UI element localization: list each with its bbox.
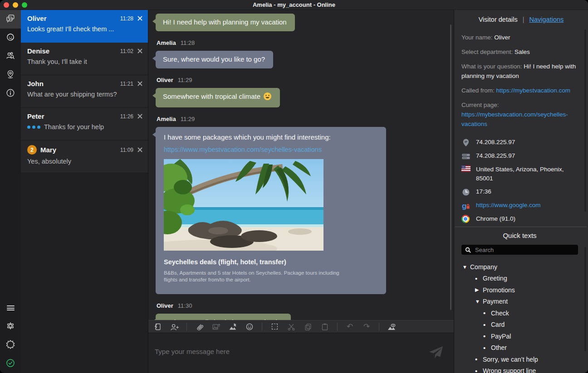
close-chat-button[interactable] bbox=[137, 16, 142, 21]
chat-list-item-oliver[interactable]: Oliver 11:28 Looks great! I'll check the… bbox=[21, 10, 148, 43]
tree-expand-icon[interactable]: ▶ bbox=[475, 287, 483, 293]
tab-navigations[interactable]: Navigations bbox=[529, 16, 564, 23]
current-page-link[interactable]: https://mybestvacation.com/seychelles-va… bbox=[461, 111, 568, 127]
chat-list: Oliver 11:28 Looks great! I'll check the… bbox=[21, 10, 148, 373]
nav-visitors-button[interactable] bbox=[0, 47, 21, 66]
undo-icon[interactable]: ↶ bbox=[345, 322, 354, 331]
burst-icon bbox=[5, 339, 15, 351]
chat-time: 11:26 bbox=[120, 113, 133, 120]
chat-name: Mary bbox=[40, 146, 56, 154]
nav-agent-button[interactable] bbox=[0, 29, 21, 47]
tree-item-company[interactable]: ▼Company bbox=[461, 261, 578, 273]
tree-item-payment[interactable]: ▼Payment bbox=[461, 296, 578, 308]
window-title: Amelia - my_account - Online bbox=[0, 1, 588, 8]
chrome-icon bbox=[461, 214, 472, 223]
chat-scrollbar[interactable] bbox=[450, 24, 451, 310]
message-text: I have some packages which you might fin… bbox=[164, 133, 378, 142]
theme-button[interactable] bbox=[0, 336, 21, 354]
field-name: Your name: Oliver bbox=[461, 33, 578, 42]
hamburger-icon bbox=[7, 305, 15, 312]
tree-item-card[interactable]: •Card bbox=[461, 319, 578, 331]
info-icon bbox=[5, 88, 15, 100]
field-current-page: Current page: https://mybestvacation.com… bbox=[461, 100, 578, 129]
message-input[interactable] bbox=[148, 333, 454, 373]
close-chat-button[interactable] bbox=[137, 81, 142, 86]
gear-icon bbox=[5, 321, 15, 333]
redo-icon[interactable]: ↷ bbox=[362, 322, 371, 331]
referrer-link[interactable]: https://www.google.com bbox=[476, 201, 541, 210]
attach-file-icon[interactable] bbox=[195, 322, 204, 331]
settings-button[interactable] bbox=[0, 317, 21, 336]
message-meta: Amelia11:28 bbox=[157, 39, 446, 46]
invite-agent-icon[interactable] bbox=[170, 322, 179, 331]
svg-text:g: g bbox=[462, 202, 466, 210]
message-bubble: Hi! I need help with planning my vacatio… bbox=[156, 14, 295, 31]
visitor-details-scrollbar[interactable] bbox=[584, 29, 586, 212]
tree-item-promotions[interactable]: ▶Promotions bbox=[461, 284, 578, 296]
detail-host: 74.208.225.97 bbox=[461, 151, 578, 161]
quick-texts-title: Quick texts bbox=[461, 232, 578, 239]
tree-item-greeting[interactable]: •Greeting bbox=[461, 273, 578, 285]
detail-browser: Chrome (91.0) bbox=[461, 214, 578, 223]
tree-item-sorry[interactable]: •Sorry, we can’t help bbox=[461, 354, 578, 365]
chat-preview: Thank you, I'll take it bbox=[27, 58, 87, 65]
copy-icon[interactable] bbox=[304, 322, 313, 331]
chat-list-item-mary[interactable]: 2 Mary 11:09 Yes, absolutely bbox=[21, 140, 148, 173]
upload-image-icon[interactable] bbox=[211, 322, 220, 331]
quick-texts-scrollbar[interactable] bbox=[584, 247, 586, 351]
preview-image-icon[interactable] bbox=[387, 322, 396, 331]
field-department: Select department: Sales bbox=[461, 47, 578, 57]
nav-info-button[interactable] bbox=[0, 84, 21, 103]
chat-list-item-john[interactable]: John 11:21 What are your shipping terms? bbox=[21, 75, 148, 108]
message-history: Hi! I need help with planning my vacatio… bbox=[148, 10, 454, 320]
nav-location-button[interactable] bbox=[0, 66, 21, 84]
status-online-button[interactable] bbox=[0, 354, 21, 373]
host-icon bbox=[461, 151, 472, 161]
close-chat-button[interactable] bbox=[137, 147, 142, 152]
send-button[interactable] bbox=[428, 345, 444, 361]
chat-list-item-denise[interactable]: Denise 11:02 Thank you, I'll take it bbox=[21, 43, 148, 75]
nav-rail bbox=[0, 10, 21, 373]
chat-list-item-peter[interactable]: Peter 11:26 Thanks for your help bbox=[21, 108, 148, 140]
link-card-description: B&Bs, Apartments and 5 star Hotels on Se… bbox=[164, 270, 341, 283]
tree-item-check[interactable]: •Check bbox=[461, 307, 578, 319]
message-meta: Oliver11:30 bbox=[157, 302, 446, 309]
message-composer bbox=[148, 333, 454, 373]
close-chat-button[interactable] bbox=[137, 48, 142, 53]
beach-photo[interactable] bbox=[164, 159, 323, 251]
search-input[interactable] bbox=[474, 246, 574, 254]
tab-visitor-details[interactable]: Visitor details bbox=[479, 16, 518, 23]
emoji-icon[interactable] bbox=[245, 322, 254, 331]
title-bar: Amelia - my_account - Online bbox=[0, 0, 588, 10]
tree-item-wrong-line[interactable]: •Wrong support line bbox=[461, 365, 578, 373]
tree-expand-icon[interactable]: ▼ bbox=[462, 264, 470, 270]
cut-icon[interactable] bbox=[287, 322, 296, 331]
called-from-link[interactable]: https://mybestvacation.com bbox=[496, 87, 571, 94]
chat-name: Peter bbox=[27, 112, 44, 120]
nav-chats-button[interactable] bbox=[0, 10, 21, 29]
tree-expand-icon[interactable]: ▼ bbox=[475, 299, 483, 304]
chat-name: Denise bbox=[27, 47, 49, 55]
message-bubble: Sure, where would you like to go? bbox=[156, 51, 273, 68]
menu-button[interactable] bbox=[0, 299, 21, 317]
close-icon bbox=[137, 81, 142, 86]
vacation-link[interactable]: https://www.mybestvacation.com/seychelle… bbox=[164, 145, 378, 154]
chat-name: Oliver bbox=[27, 15, 47, 22]
detail-time: 17:36 bbox=[461, 187, 578, 197]
bullet-icon: • bbox=[475, 275, 483, 282]
app-window: Amelia - my_account - Online bbox=[0, 0, 588, 373]
location-pin-icon bbox=[5, 69, 15, 81]
visitor-panel-tabs: Visitor details | Navigations bbox=[454, 10, 588, 26]
quick-texts-search[interactable] bbox=[461, 245, 578, 255]
chat-time: 11:21 bbox=[120, 81, 133, 87]
select-area-icon[interactable] bbox=[270, 322, 279, 331]
tree-item-paypal[interactable]: •PayPal bbox=[461, 330, 578, 342]
chat-bubbles-icon bbox=[5, 14, 15, 25]
tree-item-other[interactable]: •Other bbox=[461, 342, 578, 354]
paste-icon[interactable] bbox=[320, 322, 329, 331]
close-chat-button[interactable] bbox=[137, 114, 142, 119]
composer-toolbar: ↶ ↷ bbox=[148, 320, 454, 333]
svg-text:IP: IP bbox=[465, 140, 467, 143]
screenshot-icon[interactable] bbox=[228, 322, 237, 331]
quick-texts-icon[interactable] bbox=[153, 322, 162, 331]
